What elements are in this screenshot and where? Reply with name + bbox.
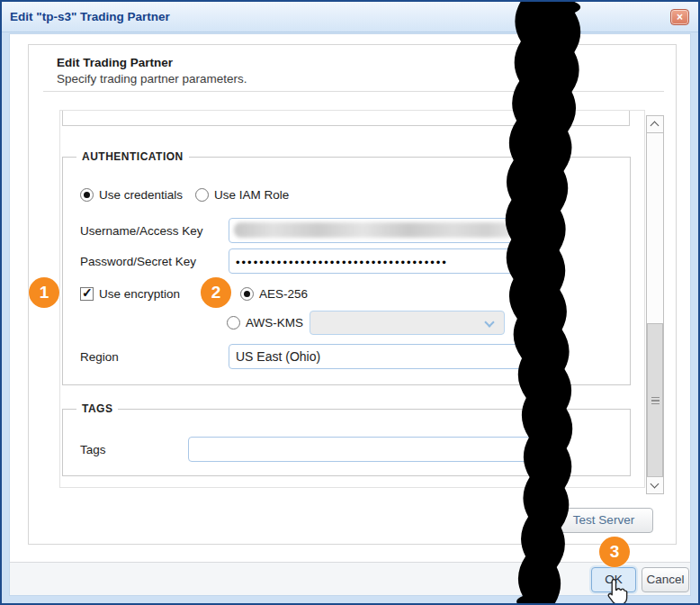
radio-selected-dot (84, 192, 90, 198)
previous-section-partial (62, 110, 630, 126)
redacted-username-value (234, 222, 515, 238)
step-2-badge: 2 (201, 277, 231, 308)
close-button[interactable]: × (670, 9, 689, 25)
aes-256-radio[interactable] (240, 287, 254, 301)
authentication-legend: AUTHENTICATION (76, 150, 189, 163)
use-credentials-label: Use credentials (99, 188, 183, 202)
scroll-up-button[interactable] (647, 116, 663, 133)
password-label: Password/Secret Key (80, 255, 196, 268)
radio-selected-dot (244, 291, 250, 297)
scrollbar-grip-icon (651, 397, 660, 405)
content-panel: Edit Trading Partner Specify trading par… (28, 44, 677, 545)
tags-section: TAGS Tags (62, 409, 631, 476)
authentication-section: AUTHENTICATION Use credentials Use IAM R… (62, 157, 631, 385)
use-credentials-radio[interactable] (80, 188, 94, 202)
dialog-titlebar[interactable]: Edit "tp-s3" Trading Partner (2, 2, 698, 32)
scroll-down-button[interactable] (647, 476, 663, 493)
aws-kms-radio[interactable] (227, 316, 240, 330)
use-encryption-checkbox[interactable]: ✓ (80, 287, 94, 301)
close-icon: × (677, 11, 683, 23)
dialog-footer: OK Cancel (10, 562, 690, 595)
password-input[interactable] (229, 248, 560, 274)
scroll-down-icon (651, 480, 660, 489)
scrollbar[interactable] (646, 115, 664, 494)
step-1-badge: 1 (29, 277, 59, 308)
form-title: Edit Trading Partner (57, 56, 173, 69)
use-credentials-option[interactable]: Use credentials (80, 188, 183, 202)
dialog-window: Edit "tp-s3" Trading Partner × Edit Trad… (0, 0, 700, 605)
form-subtitle: Specify trading partner parameters. (57, 72, 247, 86)
chevron-down-icon (484, 317, 494, 327)
step-3-badge: 3 (599, 537, 630, 567)
use-encryption-option[interactable]: ✓ Use encryption (80, 287, 180, 301)
ok-button[interactable]: OK (591, 567, 636, 592)
use-encryption-label: Use encryption (99, 287, 180, 301)
tags-label: Tags (80, 443, 106, 456)
use-iam-role-radio[interactable] (195, 188, 209, 202)
aes-256-label: AES-256 (259, 287, 308, 301)
kms-key-select[interactable] (310, 311, 505, 335)
tags-input[interactable] (188, 437, 560, 462)
aws-kms-option[interactable]: AWS-KMS (227, 316, 303, 330)
header-divider (43, 91, 664, 92)
scroll-up-icon (651, 122, 660, 131)
dialog-body: Edit Trading Partner Specify trading par… (9, 33, 691, 596)
dialog-title: Edit "tp-s3" Trading Partner (10, 10, 170, 23)
username-label: Username/Access Key (80, 224, 203, 238)
test-server-button[interactable]: Test Server (554, 508, 653, 533)
aws-kms-label: AWS-KMS (246, 316, 303, 330)
region-input[interactable] (229, 344, 560, 369)
cancel-button[interactable]: Cancel (642, 567, 689, 592)
use-iam-role-option[interactable]: Use IAM Role (195, 188, 289, 202)
use-iam-role-label: Use IAM Role (214, 188, 289, 202)
region-label: Region (80, 350, 119, 364)
checkmark-icon: ✓ (82, 285, 93, 300)
tags-legend: TAGS (76, 402, 118, 415)
form-scroll-area: AUTHENTICATION Use credentials Use IAM R… (59, 110, 645, 488)
scrollbar-thumb[interactable] (647, 323, 663, 478)
aes-256-option[interactable]: AES-256 (240, 287, 308, 301)
